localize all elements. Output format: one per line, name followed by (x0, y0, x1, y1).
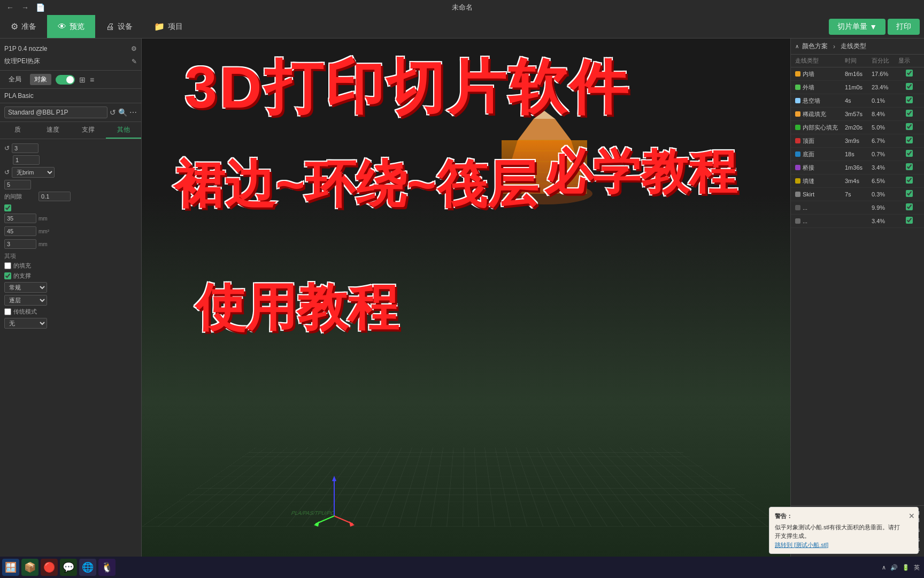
profile-input[interactable] (4, 107, 107, 118)
taskbar-icon-3[interactable]: 💬 (60, 559, 77, 576)
mode1-select[interactable]: 常规 (4, 282, 47, 293)
walk-checkbox-9[interactable] (906, 190, 913, 197)
back-btn[interactable]: ← (4, 2, 16, 13)
walk-pct-11: 3.4% (872, 218, 898, 224)
walk-check-4[interactable] (898, 123, 920, 132)
toggle-switch[interactable] (56, 75, 75, 85)
more-icon[interactable]: ⋯ (129, 108, 137, 117)
svg-marker-11 (332, 476, 336, 481)
walk-checkbox-3[interactable] (906, 110, 913, 117)
support-checkbox-item: 的支撑 (4, 272, 137, 280)
trad-mode-checkbox[interactable] (4, 308, 11, 315)
refresh2-icon[interactable]: ↺ (4, 169, 10, 176)
walk-checkbox-8[interactable] (906, 177, 913, 184)
tab-speed[interactable]: 速度 (35, 122, 71, 139)
walk-check-7[interactable] (898, 163, 920, 172)
right-panel-header[interactable]: ∧ 颜色方案 › 走线类型 (791, 39, 924, 55)
support-checkbox[interactable] (4, 272, 11, 279)
walk-color-4 (795, 125, 800, 130)
mode2-select[interactable]: 逐层 (4, 295, 47, 306)
edit-icon[interactable]: ✎ (132, 58, 137, 65)
param-input-3[interactable] (4, 180, 31, 189)
warning-close-btn[interactable]: ✕ (908, 511, 915, 522)
walk-check-5[interactable] (898, 136, 920, 146)
list-icon[interactable]: ≡ (90, 75, 94, 84)
input-45[interactable] (4, 226, 36, 236)
brim-select[interactable]: 无brim (12, 167, 55, 178)
walk-check-6[interactable] (898, 149, 920, 159)
walk-check-0[interactable] (898, 69, 920, 79)
walk-check-8[interactable] (898, 176, 920, 186)
walk-checkbox-2[interactable] (906, 96, 913, 103)
walk-type-section: 内墙 8m16s 17.6% 外墙 11m0s 23.4% 悬空墙 4s 0. (791, 67, 924, 505)
walk-check-11[interactable] (898, 216, 920, 226)
walk-color-9 (795, 192, 800, 197)
param-input-1[interactable] (12, 143, 38, 153)
walk-row-0: 内墙 8m16s 17.6% (791, 67, 924, 81)
taskbar-icon-4[interactable]: 🌐 (79, 559, 96, 576)
col-show: 显示 (898, 57, 920, 65)
checkbox-1[interactable] (4, 204, 11, 211)
object-btn[interactable]: 对象 (30, 74, 51, 85)
col-time: 时间 (845, 57, 872, 65)
walk-checkbox-4[interactable] (906, 123, 913, 130)
tab-other[interactable]: 其他 (106, 122, 141, 139)
grid-icon[interactable]: ⊞ (79, 75, 86, 84)
warning-link[interactable]: 跳转到 [测试小船.stl] (775, 541, 903, 550)
params-section: ↺ ↺ 无brim 的间隙 (0, 139, 141, 559)
walk-time-5: 3m9s (845, 138, 872, 144)
walk-checkbox-6[interactable] (906, 150, 913, 157)
fill-checkbox[interactable] (4, 262, 11, 269)
tab-prepare[interactable]: ⚙ 准备 (0, 15, 47, 38)
taskbar-start-icon[interactable]: 🪟 (2, 559, 19, 576)
input-35[interactable] (4, 214, 36, 223)
walk-time-1: 11m0s (845, 84, 872, 90)
refresh-profile-icon[interactable]: ↺ (110, 108, 116, 117)
print-label: 打印 (896, 22, 911, 31)
walk-pct-7: 3.4% (872, 164, 898, 171)
global-btn[interactable]: 全局 (4, 74, 26, 85)
walk-checkbox-5[interactable] (906, 136, 913, 143)
walk-checkbox-10[interactable] (906, 203, 913, 210)
walk-check-3[interactable] (898, 109, 920, 119)
window-controls[interactable]: ← → 📄 (4, 2, 46, 13)
svg-marker-15 (314, 521, 319, 527)
warning-text-main: 警告： (775, 512, 903, 521)
walk-check-2[interactable] (898, 96, 920, 105)
refresh-icon[interactable]: ↺ (4, 144, 10, 152)
tab-support[interactable]: 支撑 (71, 122, 106, 139)
param-row-45: mm² (4, 226, 137, 236)
walk-checkbox-7[interactable] (906, 163, 913, 170)
none-select[interactable]: 无 (4, 318, 47, 329)
search-icon[interactable]: 🔍 (118, 108, 127, 117)
param-input-2[interactable] (13, 155, 40, 165)
gap-input[interactable] (38, 192, 71, 201)
walk-time-3: 3m57s (845, 111, 872, 117)
walk-time-0: 8m16s (845, 71, 872, 77)
slice-button[interactable]: 切片单量 ▼ (829, 19, 886, 35)
settings-icon[interactable]: ⚙ (131, 45, 137, 52)
gap-label: 的间隙 (4, 193, 36, 201)
tab-preview[interactable]: 👁 预览 (47, 15, 95, 38)
walk-row-11: ... 3.4% (791, 215, 924, 228)
walk-check-10[interactable] (898, 203, 920, 212)
tab-device[interactable]: 🖨 设备 (95, 15, 143, 38)
walk-checkbox-1[interactable] (906, 83, 913, 90)
print-button[interactable]: 打印 (888, 19, 920, 35)
walk-check-9[interactable] (898, 189, 920, 199)
viewport[interactable]: 1 🚢 PLA/PAS/TPU/PC (142, 39, 790, 559)
walk-checkbox-0[interactable] (906, 70, 913, 77)
input-3[interactable] (4, 239, 36, 249)
taskbar-icon-2[interactable]: 🔴 (41, 559, 58, 576)
taskbar-icon-1[interactable]: 📦 (21, 559, 38, 576)
tab-project[interactable]: 📁 项目 (143, 15, 194, 38)
walk-pct-2: 0.1% (872, 97, 898, 104)
walk-label-9: Skirt (795, 191, 845, 197)
forward-btn[interactable]: → (19, 2, 31, 13)
walk-check-1[interactable] (898, 82, 920, 92)
taskbar-icon-5[interactable]: 🐧 (98, 559, 116, 576)
walk-name-6: 底面 (803, 150, 814, 158)
tab-quality[interactable]: 质 (0, 122, 35, 139)
walk-checkbox-11[interactable] (906, 217, 913, 224)
walk-name-8: 填缝 (803, 177, 814, 185)
